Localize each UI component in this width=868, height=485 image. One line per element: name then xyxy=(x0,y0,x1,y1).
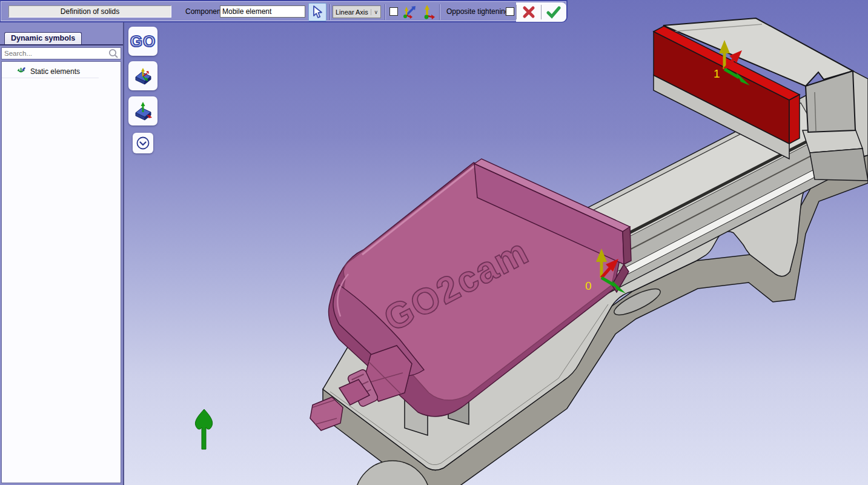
search-box xyxy=(1,47,121,59)
expand-more-button[interactable] xyxy=(133,133,153,153)
axis-origin-button[interactable] xyxy=(419,4,436,21)
toolbar-separator xyxy=(439,4,440,20)
axis-type-value: Linear Axis xyxy=(336,8,371,16)
definition-title-field: Definition of solids xyxy=(8,5,171,18)
marker-1-label: 1 xyxy=(714,67,720,80)
confirm-cancel-group xyxy=(516,2,566,22)
toolbar-separator xyxy=(385,4,386,20)
search-icon xyxy=(108,48,119,59)
search-input[interactable] xyxy=(2,50,108,57)
chevron-down-icon: ∨ xyxy=(371,9,378,15)
select-tool-button[interactable] xyxy=(308,3,326,21)
symbols-tree: Static elements xyxy=(1,61,121,483)
marker-0-label: 0 xyxy=(585,279,592,292)
go-button[interactable]: GO xyxy=(128,27,157,56)
cancel-button[interactable] xyxy=(517,3,541,21)
direction-arrow xyxy=(195,409,212,449)
component-label: Component xyxy=(185,7,223,16)
opposite-tightening-label: Opposite tightening xyxy=(446,7,509,16)
confirm-button[interactable] xyxy=(542,3,566,21)
toolbar-separator xyxy=(330,4,331,20)
go-logo: GO xyxy=(130,32,156,51)
select-arrow-icon xyxy=(311,5,323,19)
tree-item-label: Static elements xyxy=(30,67,80,76)
axis-origin-icon xyxy=(420,4,436,20)
go2cam-window: GO2cam xyxy=(0,0,868,485)
solid-with-arrow-button[interactable] xyxy=(128,96,157,125)
axis-direction-icon xyxy=(401,4,417,20)
opposite-tightening-checkbox[interactable] xyxy=(506,7,514,16)
component-name-input[interactable] xyxy=(220,5,305,18)
axis-option-checkbox[interactable] xyxy=(389,7,398,16)
blue-slab-green-arrow-icon xyxy=(133,101,153,121)
green-check-icon xyxy=(546,5,561,19)
red-cross-icon xyxy=(522,5,535,19)
definition-toolbar: Definition of solids Component Linear Ax… xyxy=(0,0,568,22)
symbols-panel: Dynamic symbols Static elements xyxy=(0,22,124,485)
anchor-pin-icon xyxy=(18,67,27,76)
axis-type-dropdown[interactable]: Linear Axis ∨ xyxy=(333,5,381,18)
chevron-down-circle-icon xyxy=(136,136,150,150)
solid-with-axis-button[interactable] xyxy=(128,61,157,90)
tab-dynamic-symbols[interactable]: Dynamic symbols xyxy=(4,32,82,45)
tab-divider xyxy=(0,44,123,45)
blue-slab-triad-icon xyxy=(133,65,153,86)
tree-item-static-elements[interactable]: Static elements xyxy=(2,62,99,78)
axis-direction-button[interactable] xyxy=(400,4,417,21)
